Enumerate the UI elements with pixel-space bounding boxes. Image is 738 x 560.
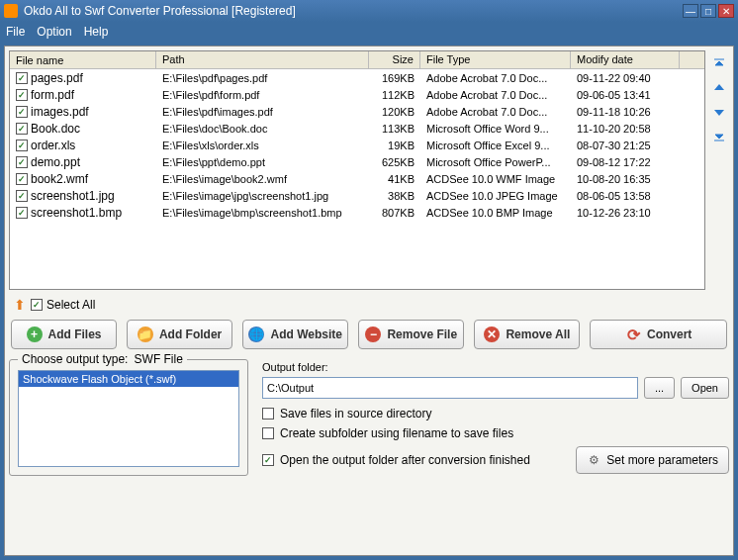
cell-filename: screenshot1.bmp bbox=[31, 206, 122, 220]
cell-date: 10-08-20 16:35 bbox=[571, 172, 680, 186]
table-row[interactable]: ✓screenshot1.bmpE:\Files\image\bmp\scree… bbox=[10, 204, 704, 221]
more-parameters-button[interactable]: ⚙Set more parameters bbox=[576, 446, 729, 474]
cell-size: 113KB bbox=[369, 122, 420, 136]
menu-option[interactable]: Option bbox=[37, 25, 71, 39]
cell-path: E:\Files\doc\Book.doc bbox=[156, 122, 369, 136]
window-title: Okdo All to Swf Converter Professional [… bbox=[24, 4, 681, 18]
table-row[interactable]: ✓book2.wmfE:\Files\image\book2.wmf41KBAC… bbox=[10, 170, 704, 187]
browse-button[interactable]: ... bbox=[644, 377, 675, 399]
cell-path: E:\Files\image\book2.wmf bbox=[156, 172, 369, 186]
table-row[interactable]: ✓screenshot1.jpgE:\Files\image\jpg\scree… bbox=[10, 187, 704, 204]
table-row[interactable]: ✓order.xlsE:\Files\xls\order.xls19KBMicr… bbox=[10, 137, 704, 153]
output-type-panel: Choose output type: SWF File Shockwave F… bbox=[9, 359, 248, 476]
move-up-button[interactable] bbox=[711, 80, 727, 96]
cell-date: 09-11-18 10:26 bbox=[571, 105, 680, 119]
cell-size: 38KB bbox=[369, 189, 420, 203]
save-source-label: Save files in source directory bbox=[280, 407, 431, 420]
cell-date: 08-06-05 13:58 bbox=[571, 189, 680, 203]
menu-help[interactable]: Help bbox=[84, 25, 109, 39]
output-type-listbox[interactable]: Shockwave Flash Object (*.swf) bbox=[18, 370, 239, 467]
open-after-checkbox[interactable]: ✓ bbox=[262, 454, 274, 466]
add-folder-button[interactable]: 📁Add Folder bbox=[127, 320, 232, 349]
row-checkbox[interactable]: ✓ bbox=[16, 156, 28, 168]
cell-size: 169KB bbox=[369, 71, 420, 85]
add-files-button[interactable]: +Add Files bbox=[11, 320, 117, 349]
table-row[interactable]: ✓pages.pdfE:\Files\pdf\pages.pdf169KBAdo… bbox=[10, 69, 704, 86]
cell-type: Microsoft Office PowerP... bbox=[420, 155, 571, 169]
convert-button[interactable]: ⟳Convert bbox=[590, 320, 727, 349]
remove-file-button[interactable]: −Remove File bbox=[358, 320, 464, 349]
output-type-option[interactable]: Shockwave Flash Object (*.swf) bbox=[19, 371, 238, 387]
col-path[interactable]: Path bbox=[156, 51, 369, 68]
add-website-button[interactable]: 🌐Add Website bbox=[242, 320, 348, 349]
create-subfolder-checkbox[interactable] bbox=[262, 427, 274, 439]
cell-filename: screenshot1.jpg bbox=[31, 189, 115, 203]
cell-path: E:\Files\ppt\demo.ppt bbox=[156, 155, 369, 169]
col-size[interactable]: Size bbox=[369, 51, 420, 68]
open-folder-button[interactable]: Open bbox=[681, 377, 729, 399]
cell-filename: Book.doc bbox=[31, 122, 80, 136]
row-checkbox[interactable]: ✓ bbox=[16, 89, 28, 101]
minimize-button[interactable]: — bbox=[683, 4, 698, 18]
action-buttons: +Add Files 📁Add Folder 🌐Add Website −Rem… bbox=[11, 320, 727, 349]
open-after-label: Open the output folder after conversion … bbox=[280, 453, 530, 467]
menubar: File Option Help bbox=[0, 22, 738, 42]
row-checkbox[interactable]: ✓ bbox=[16, 106, 28, 118]
cell-filename: pages.pdf bbox=[31, 71, 83, 85]
cell-path: E:\Files\pdf\images.pdf bbox=[156, 105, 369, 119]
cell-size: 625KB bbox=[369, 155, 420, 169]
select-all-checkbox[interactable]: ✓ bbox=[31, 299, 43, 311]
table-row[interactable]: ✓form.pdfE:\Files\pdf\form.pdf112KBAdobe… bbox=[10, 86, 704, 103]
grid-header: File name Path Size File Type Modify dat… bbox=[10, 51, 704, 69]
cell-filename: demo.ppt bbox=[31, 155, 80, 169]
menu-file[interactable]: File bbox=[6, 25, 25, 39]
col-filetype[interactable]: File Type bbox=[420, 51, 571, 68]
row-checkbox[interactable]: ✓ bbox=[16, 207, 28, 219]
table-row[interactable]: ✓images.pdfE:\Files\pdf\images.pdf120KBA… bbox=[10, 103, 704, 120]
select-all-label: Select All bbox=[46, 298, 95, 312]
row-checkbox[interactable]: ✓ bbox=[16, 123, 28, 135]
table-row[interactable]: ✓Book.docE:\Files\doc\Book.doc113KBMicro… bbox=[10, 120, 704, 137]
cell-date: 09-08-12 17:22 bbox=[571, 155, 680, 169]
cell-type: Adobe Acrobat 7.0 Doc... bbox=[420, 71, 571, 85]
table-row[interactable]: ✓demo.pptE:\Files\ppt\demo.ppt625KBMicro… bbox=[10, 153, 704, 170]
remove-all-button[interactable]: ✕Remove All bbox=[474, 320, 580, 349]
up-arrow-icon: ⬆ bbox=[13, 298, 27, 312]
output-type-legend: Choose output type: bbox=[22, 352, 128, 366]
cell-filename: form.pdf bbox=[31, 88, 74, 102]
output-folder-input[interactable] bbox=[262, 377, 638, 399]
app-icon bbox=[4, 4, 18, 18]
col-modifydate[interactable]: Modify date bbox=[571, 51, 680, 68]
col-filename[interactable]: File name bbox=[10, 51, 156, 68]
move-bottom-button[interactable] bbox=[711, 128, 727, 143]
cell-type: Microsoft Office Word 9... bbox=[420, 122, 571, 136]
close-button[interactable]: ✕ bbox=[718, 4, 734, 18]
cell-filename: book2.wmf bbox=[31, 172, 88, 186]
row-checkbox[interactable]: ✓ bbox=[16, 72, 28, 84]
maximize-button[interactable]: □ bbox=[700, 4, 716, 18]
cell-size: 19KB bbox=[369, 139, 420, 152]
move-top-button[interactable] bbox=[711, 56, 727, 72]
cell-date: 09-11-22 09:40 bbox=[571, 71, 680, 85]
gear-icon: ⚙ bbox=[587, 453, 600, 467]
cell-type: ACDSee 10.0 WMF Image bbox=[420, 172, 571, 186]
cell-type: Adobe Acrobat 7.0 Doc... bbox=[420, 105, 571, 119]
file-grid[interactable]: File name Path Size File Type Modify dat… bbox=[9, 50, 705, 290]
row-checkbox[interactable]: ✓ bbox=[16, 140, 28, 151]
cell-path: E:\Files\xls\order.xls bbox=[156, 139, 369, 152]
save-source-checkbox[interactable] bbox=[262, 408, 274, 420]
cell-date: 10-12-26 23:10 bbox=[571, 206, 680, 220]
cell-path: E:\Files\image\jpg\screenshot1.jpg bbox=[156, 189, 369, 203]
move-down-button[interactable] bbox=[711, 104, 727, 120]
cell-date: 08-07-30 21:25 bbox=[571, 139, 680, 152]
cell-type: ACDSee 10.0 JPEG Image bbox=[420, 189, 571, 203]
cell-filename: images.pdf bbox=[31, 105, 89, 119]
cell-size: 807KB bbox=[369, 206, 420, 220]
cell-path: E:\Files\pdf\form.pdf bbox=[156, 88, 369, 102]
create-subfolder-label: Create subfolder using filename to save … bbox=[280, 426, 513, 440]
row-checkbox[interactable]: ✓ bbox=[16, 190, 28, 202]
cell-type: Microsoft Office Excel 9... bbox=[420, 139, 571, 152]
row-checkbox[interactable]: ✓ bbox=[16, 173, 28, 185]
cell-date: 11-10-20 20:58 bbox=[571, 122, 680, 136]
cell-path: E:\Files\image\bmp\screenshot1.bmp bbox=[156, 206, 369, 220]
